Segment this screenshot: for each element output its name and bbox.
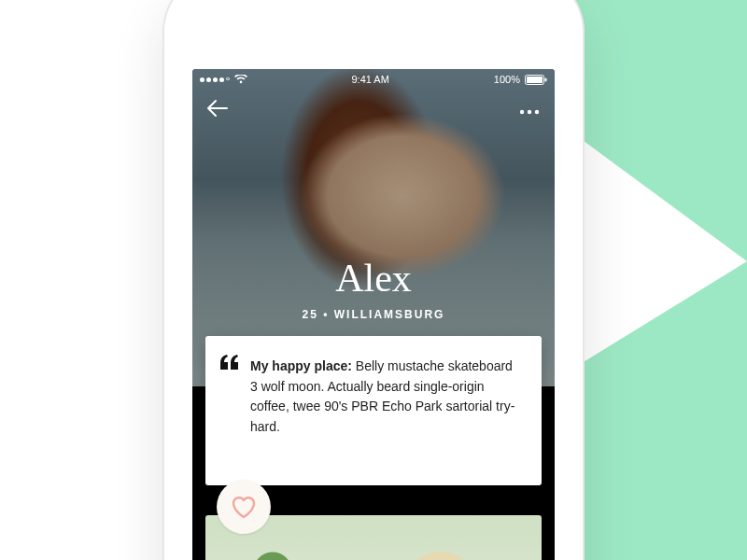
more-button[interactable]: [519, 102, 540, 119]
phone-frame: 9:41 AM 100% Alex 25 • WILLIAMSBURG: [164, 0, 583, 560]
back-button[interactable]: [207, 100, 228, 120]
meta-separator: •: [323, 308, 329, 321]
battery-percent: 100%: [494, 74, 520, 85]
profile-meta: 25 • WILLIAMSBURG: [192, 308, 555, 321]
profile-location: WILLIAMSBURG: [334, 308, 445, 321]
svg-point-3: [520, 110, 524, 114]
heart-icon: [231, 495, 257, 519]
wifi-icon: [234, 75, 247, 84]
signal-dots-icon: [200, 77, 230, 82]
profile-name: Alex: [192, 256, 555, 301]
prompt-card[interactable]: My happy place: Belly mustache skateboar…: [205, 336, 542, 485]
arrow-left-icon: [207, 100, 228, 117]
screen: 9:41 AM 100% Alex 25 • WILLIAMSBURG: [192, 69, 555, 560]
svg-point-4: [528, 110, 531, 114]
svg-point-5: [535, 110, 539, 114]
quote-icon: [220, 355, 239, 373]
status-time: 9:41 AM: [352, 74, 389, 85]
battery-icon: [525, 75, 547, 85]
like-button[interactable]: [217, 480, 271, 534]
more-icon: [519, 109, 540, 115]
prompt-label: My happy place:: [250, 358, 352, 373]
profile-age: 25: [303, 308, 318, 321]
svg-rect-1: [527, 77, 543, 83]
svg-rect-2: [545, 77, 547, 81]
prompt-text: My happy place: Belly mustache skateboar…: [250, 357, 521, 438]
nav-bar: [192, 93, 555, 127]
status-bar: 9:41 AM 100%: [192, 69, 555, 90]
